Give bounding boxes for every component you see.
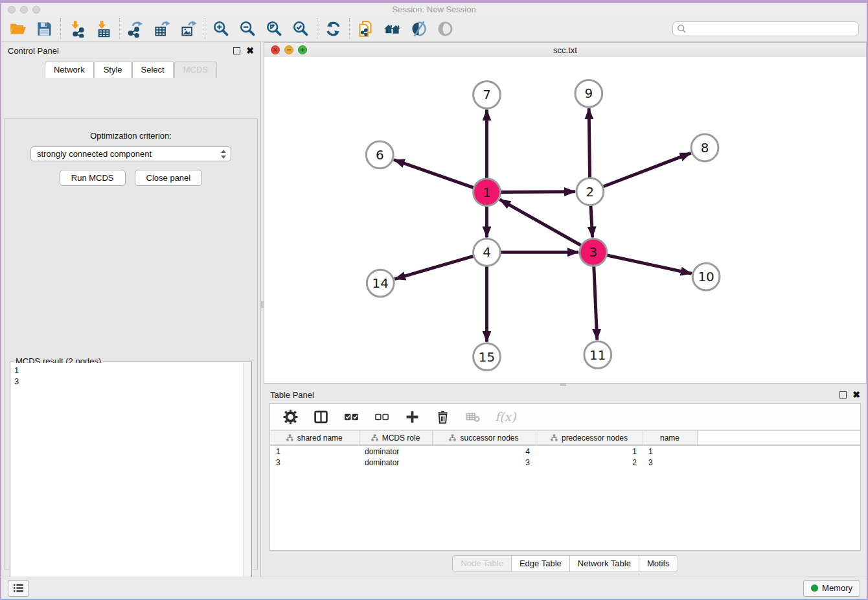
node-label-9: 9 bbox=[585, 86, 593, 101]
add-icon[interactable] bbox=[404, 408, 421, 426]
network-window-titlebar[interactable]: scc.txt bbox=[264, 43, 866, 58]
cell-successor-nodes[interactable]: 3 bbox=[432, 457, 536, 468]
status-bar: Memory bbox=[1, 577, 867, 599]
cell-predecessor-nodes[interactable]: 2 bbox=[536, 457, 643, 468]
table-row[interactable]: 3dominator323 bbox=[270, 457, 860, 468]
refresh-icon[interactable] bbox=[325, 20, 342, 38]
criterion-select-value: strongly connected component bbox=[37, 149, 220, 159]
column-header-filler bbox=[697, 431, 860, 446]
edge-3-10[interactable] bbox=[606, 255, 691, 274]
zoom-fit-icon[interactable] bbox=[266, 20, 283, 38]
float-panel-icon[interactable] bbox=[839, 391, 847, 398]
result-scrollbar[interactable] bbox=[243, 363, 251, 600]
network-canvas-svg[interactable]: 7968124314101511 bbox=[264, 57, 866, 383]
float-panel-icon[interactable] bbox=[233, 47, 240, 54]
vizmapper-icon[interactable] bbox=[410, 20, 428, 38]
toolbar-search bbox=[672, 21, 859, 36]
node-label-15: 15 bbox=[479, 350, 495, 365]
main-titlebar: Session: New Session bbox=[1, 3, 867, 16]
import-table-icon[interactable] bbox=[95, 20, 112, 38]
edge-1-2[interactable] bbox=[500, 192, 575, 192]
trash-icon[interactable] bbox=[434, 408, 451, 426]
column-header-name[interactable]: name bbox=[643, 431, 697, 446]
edge-2-9[interactable] bbox=[589, 108, 589, 178]
network-window-title: scc.txt bbox=[264, 45, 866, 55]
first-neighbors-icon[interactable] bbox=[383, 20, 401, 38]
toolbar-separator bbox=[349, 18, 350, 39]
export-table-icon[interactable] bbox=[154, 20, 171, 38]
search-icon bbox=[677, 24, 687, 34]
control-panel: Control Panel ✖ NetworkStyleSelectMCDS O… bbox=[1, 42, 260, 577]
cell-mcds-role[interactable]: dominator bbox=[359, 445, 432, 457]
control-panel-tabs: NetworkStyleSelectMCDS bbox=[1, 62, 260, 78]
zoom-in-icon[interactable] bbox=[212, 20, 230, 38]
mcds-result-list[interactable]: 13 bbox=[11, 363, 244, 600]
tab-style[interactable]: Style bbox=[95, 62, 131, 78]
columns-icon[interactable] bbox=[312, 408, 330, 426]
optimization-criterion-label: Optimization criterion: bbox=[5, 131, 257, 141]
edge-1-6[interactable] bbox=[394, 159, 474, 187]
import-network-icon[interactable] bbox=[68, 20, 86, 38]
toolbar-separator bbox=[317, 18, 317, 39]
close-panel-icon[interactable]: ✖ bbox=[852, 391, 860, 398]
tab-node-table[interactable]: Node Table bbox=[452, 555, 511, 572]
export-image-icon[interactable] bbox=[180, 20, 198, 38]
run-mcds-button[interactable]: Run MCDS bbox=[60, 170, 126, 186]
criterion-select[interactable]: strongly connected component bbox=[30, 146, 231, 161]
network-canvas[interactable]: 7968124314101511 bbox=[264, 57, 866, 383]
memory-button[interactable]: Memory bbox=[803, 580, 860, 597]
node-label-4: 4 bbox=[483, 245, 491, 260]
edge-3-11[interactable] bbox=[594, 266, 597, 340]
tab-network[interactable]: Network bbox=[45, 62, 94, 78]
column-header-predecessor-nodes[interactable]: predecessor nodes bbox=[536, 431, 643, 446]
edge-3-1[interactable] bbox=[499, 200, 581, 246]
duplicate-network-icon[interactable] bbox=[357, 20, 374, 38]
zoom-selected-icon[interactable] bbox=[292, 20, 310, 38]
deselect-all-icon[interactable] bbox=[373, 408, 391, 426]
cell-shared-name[interactable]: 3 bbox=[270, 457, 359, 468]
save-session-icon[interactable] bbox=[36, 20, 53, 38]
cell-filler bbox=[697, 457, 860, 468]
cell-predecessor-nodes[interactable]: 1 bbox=[536, 445, 643, 457]
column-header-successor-nodes[interactable]: successor nodes bbox=[432, 431, 536, 446]
mcds-panel: Optimization criterion: strongly connect… bbox=[4, 118, 258, 570]
tab-edge-table[interactable]: Edge Table bbox=[511, 555, 569, 572]
search-input[interactable] bbox=[672, 21, 859, 36]
cell-mcds-role[interactable]: dominator bbox=[359, 457, 432, 468]
result-item: 1 bbox=[14, 365, 244, 376]
node-table: shared nameMCDS rolesuccessor nodesprede… bbox=[270, 430, 860, 468]
node-label-14: 14 bbox=[372, 276, 389, 291]
tab-mcds[interactable]: MCDS bbox=[174, 62, 217, 78]
mcds-result-group: MCDS result (2 nodes) 13 bbox=[10, 362, 252, 600]
column-header-mcds-role[interactable]: MCDS role bbox=[359, 431, 432, 446]
table-panel-tabs: Node TableEdge TableNetwork TableMotifs bbox=[264, 551, 867, 577]
task-history-button[interactable] bbox=[8, 580, 29, 597]
close-panel-button[interactable]: Close panel bbox=[135, 170, 203, 186]
zoom-out-icon[interactable] bbox=[239, 20, 257, 38]
column-header-shared-name[interactable]: shared name bbox=[270, 431, 359, 446]
edge-4-14[interactable] bbox=[394, 256, 474, 279]
table-panel: Table Panel ✖ bbox=[264, 386, 867, 577]
gear-icon[interactable] bbox=[282, 408, 299, 426]
result-item: 3 bbox=[14, 376, 244, 387]
edge-2-8[interactable] bbox=[602, 153, 691, 187]
column-sort-icon bbox=[286, 434, 293, 441]
open-file-icon[interactable] bbox=[9, 20, 27, 38]
close-panel-icon[interactable]: ✖ bbox=[246, 47, 254, 54]
select-all-icon[interactable] bbox=[343, 408, 360, 426]
node-label-1: 1 bbox=[483, 185, 491, 200]
export-network-icon[interactable] bbox=[127, 20, 144, 38]
node-label-10: 10 bbox=[698, 270, 714, 284]
cell-successor-nodes[interactable]: 4 bbox=[432, 445, 536, 457]
table-row[interactable]: 1dominator411 bbox=[270, 445, 860, 457]
tab-select[interactable]: Select bbox=[132, 62, 174, 78]
edge-2-3[interactable] bbox=[591, 205, 593, 238]
tab-network-table[interactable]: Network Table bbox=[569, 555, 639, 572]
table-panel-header: Table Panel ✖ bbox=[264, 386, 867, 403]
tab-motifs[interactable]: Motifs bbox=[639, 555, 678, 572]
cell-name[interactable]: 1 bbox=[643, 445, 697, 457]
cell-name[interactable]: 3 bbox=[643, 457, 697, 468]
cell-shared-name[interactable]: 1 bbox=[270, 445, 359, 457]
toolbar-separator bbox=[205, 18, 205, 39]
column-label: successor nodes bbox=[460, 433, 518, 443]
